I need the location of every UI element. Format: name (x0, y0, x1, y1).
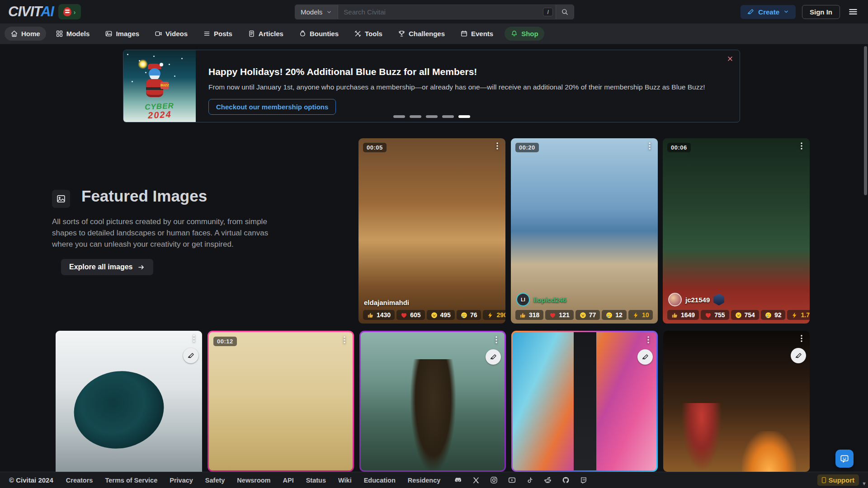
carousel-dot-2[interactable] (410, 115, 421, 118)
search-input[interactable] (338, 5, 543, 19)
laugh-reaction[interactable]: 495 (427, 310, 455, 320)
cry-reaction[interactable]: 92 (761, 310, 786, 320)
featured-card[interactable] (56, 331, 202, 472)
nav-item-videos[interactable]: Videos (149, 27, 193, 41)
nav-item-shop[interactable]: Shop (505, 27, 544, 41)
like-reaction[interactable]: 1649 (667, 310, 699, 320)
like-reaction[interactable]: 318 (515, 310, 543, 320)
featured-card-bordered[interactable] (359, 331, 506, 472)
carousel-dot-4[interactable] (442, 115, 454, 118)
discord-link[interactable] (454, 476, 462, 484)
remix-button[interactable] (637, 349, 653, 365)
card-menu-button[interactable] (493, 336, 500, 344)
instagram-link[interactable] (490, 476, 498, 484)
supporter-badge[interactable]: › (58, 4, 81, 19)
card-username[interactable]: eldajanimahdi (364, 299, 409, 306)
cry-reaction[interactable]: 76 (457, 310, 481, 320)
crying-emoji-icon (606, 312, 613, 319)
laugh-reaction[interactable]: 754 (731, 310, 759, 320)
cry-reaction[interactable]: 12 (602, 310, 627, 320)
github-link[interactable] (561, 476, 570, 484)
nav-item-tools[interactable]: Tools (348, 27, 388, 41)
nav-item-challenges[interactable]: Challenges (392, 27, 451, 41)
twitch-link[interactable] (580, 476, 588, 484)
carousel-dot-1[interactable] (393, 115, 405, 118)
heart-icon (549, 312, 556, 319)
heart-reaction[interactable]: 755 (701, 310, 729, 320)
x-twitter-link[interactable] (472, 476, 480, 484)
footer-link-newsroom[interactable]: Newsroom (237, 477, 270, 484)
card-username[interactable]: jc21549 (668, 293, 724, 306)
card-image-crab (209, 332, 353, 470)
footer-link-creators[interactable]: Creators (66, 477, 93, 484)
hamburger-menu-button[interactable] (846, 5, 860, 19)
search-button[interactable] (556, 5, 574, 19)
footer-link-residency[interactable]: Residency (408, 477, 441, 484)
heart-reaction[interactable]: 605 (396, 310, 425, 320)
footer-link-privacy[interactable]: Privacy (170, 477, 193, 484)
carousel-dot-5-active[interactable] (458, 115, 470, 118)
banner-close-button[interactable] (726, 55, 734, 62)
featured-card-bordered[interactable]: 00:12 (208, 331, 354, 472)
nav-label: Tools (365, 30, 382, 38)
nav-item-posts[interactable]: Posts (197, 27, 238, 41)
nav-item-models[interactable]: Models (50, 27, 96, 41)
card-menu-button[interactable] (494, 142, 501, 150)
buzz-reaction[interactable]: 1.7K (787, 310, 810, 320)
logo-civit: CIVIT (8, 4, 41, 19)
footer-link-wiki[interactable]: Wiki (338, 477, 352, 484)
remix-button[interactable] (486, 349, 501, 365)
tiktok-link[interactable] (526, 476, 534, 484)
video-camera-icon (155, 30, 162, 38)
card-menu-button[interactable] (798, 142, 805, 150)
footer-link-education[interactable]: Education (364, 477, 396, 484)
remix-button[interactable] (183, 348, 198, 363)
sign-in-button[interactable]: Sign In (802, 5, 840, 19)
remix-button[interactable] (791, 348, 806, 363)
nav-item-home[interactable]: Home (5, 27, 46, 41)
nav-item-images[interactable]: Images (99, 27, 145, 41)
card-menu-button[interactable] (341, 336, 348, 344)
footer-link-status[interactable]: Status (306, 477, 326, 484)
support-button[interactable]: Support (817, 474, 859, 486)
featured-card[interactable] (663, 331, 810, 472)
nav-item-bounties[interactable]: Bounties (293, 27, 344, 41)
nav-item-events[interactable]: Events (454, 27, 499, 41)
snow-decoration (127, 54, 128, 55)
laugh-reaction[interactable]: 77 (576, 310, 600, 320)
reddit-link[interactable] (543, 476, 552, 484)
buzz-reaction[interactable]: 10 (628, 310, 653, 320)
featured-card-bordered[interactable] (511, 331, 658, 472)
footer-link-terms[interactable]: Terms of Service (105, 477, 157, 484)
like-count: 318 (529, 311, 539, 319)
featured-card[interactable]: 00:06 jc21549 1649 755 754 92 1.7K (663, 138, 810, 324)
civitai-logo[interactable]: CIVITAI › (8, 4, 81, 20)
like-count: 1649 (681, 311, 695, 319)
card-menu-button[interactable] (646, 142, 653, 150)
featured-card[interactable]: 00:05 eldajanimahdi 1430 605 495 76 290 (359, 138, 505, 324)
card-username[interactable]: LI liopicd246 (516, 293, 566, 306)
card-menu-button[interactable] (190, 334, 198, 343)
carousel-dot-3[interactable] (426, 115, 438, 118)
membership-options-button[interactable]: Checkout our membership options (208, 99, 336, 115)
footer-link-api[interactable]: API (283, 477, 294, 484)
scrollbar-down-arrow[interactable]: ▼ (862, 481, 867, 486)
youtube-link[interactable] (508, 476, 516, 484)
banner-content: Happy Holidays! 20% Additional Blue Buzz… (196, 50, 740, 122)
like-reaction[interactable]: 1430 (363, 310, 395, 320)
heart-reaction[interactable]: 121 (545, 310, 573, 320)
top-header: CIVITAI › Models / Create Sign In (0, 0, 868, 23)
support-chat-button[interactable] (835, 450, 854, 468)
card-menu-button[interactable] (798, 334, 805, 343)
scrollbar-thumb[interactable] (864, 46, 867, 195)
nav-item-articles[interactable]: Articles (242, 27, 289, 41)
card-menu-button[interactable] (645, 336, 652, 344)
explore-all-images-button[interactable]: Explore all images (61, 259, 153, 275)
search-category-select[interactable]: Models (295, 5, 338, 19)
featured-card[interactable]: 00:20 LI liopicd246 318 121 77 12 10 (511, 138, 658, 324)
featured-images-title: Featured Images (81, 187, 207, 205)
footer-link-safety[interactable]: Safety (205, 477, 225, 484)
buzz-reaction[interactable]: 290 (483, 310, 505, 320)
create-button[interactable]: Create (741, 5, 796, 19)
nav-label: Images (116, 30, 139, 38)
